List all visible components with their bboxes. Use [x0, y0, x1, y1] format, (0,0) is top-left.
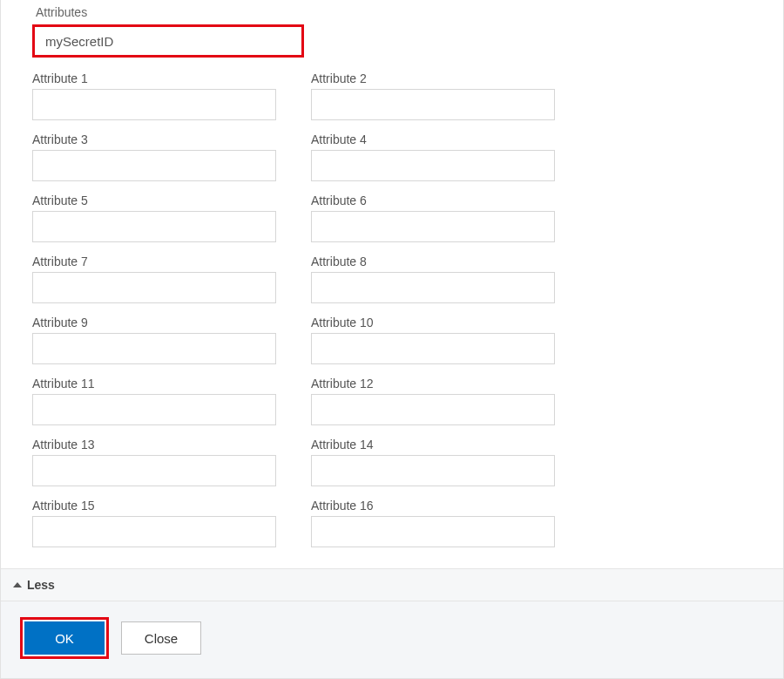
attribute-label: Attribute 12: [311, 377, 555, 390]
attribute-input[interactable]: [311, 272, 555, 303]
close-button[interactable]: Close: [121, 621, 201, 655]
attribute-item: Attribute 8: [311, 255, 555, 303]
attribute-input[interactable]: [32, 394, 276, 425]
attribute-label: Attribute 8: [311, 255, 555, 268]
attribute-input[interactable]: [32, 516, 276, 547]
attribute-item: Attribute 10: [311, 316, 555, 364]
attribute-item: Attribute 3: [32, 132, 276, 181]
triangle-up-icon: [13, 582, 22, 587]
attribute-label: Attribute 6: [311, 194, 555, 207]
attribute-input[interactable]: [311, 455, 555, 486]
primary-attribute-wrap: [32, 24, 752, 58]
attribute-label: Attribute 9: [32, 316, 276, 329]
attribute-label: Attribute 14: [311, 438, 555, 452]
attribute-input[interactable]: [32, 150, 276, 181]
attribute-input[interactable]: [311, 516, 555, 547]
attribute-item: Attribute 12: [311, 377, 555, 425]
attribute-item: Attribute 5: [32, 194, 276, 242]
attribute-input[interactable]: [32, 89, 276, 120]
attribute-input[interactable]: [311, 333, 555, 364]
attribute-label: Attribute 7: [32, 255, 276, 268]
attribute-input[interactable]: [32, 333, 276, 364]
attributes-scroll-area: Attributes Attribute 1Attribute 2Attribu…: [1, 0, 783, 568]
collapse-toggle-label: Less: [27, 578, 55, 592]
attribute-input[interactable]: [311, 89, 555, 120]
attributes-panel: Attributes Attribute 1Attribute 2Attribu…: [0, 0, 784, 679]
attribute-item: Attribute 6: [311, 194, 555, 242]
attribute-item: Attribute 15: [32, 499, 276, 547]
attribute-item: Attribute 4: [311, 132, 555, 181]
attribute-item: Attribute 2: [311, 71, 555, 120]
attribute-label: Attribute 1: [32, 71, 276, 85]
attribute-input[interactable]: [32, 211, 276, 242]
ok-highlight-frame: OK: [20, 617, 109, 659]
section-title: Attributes: [36, 5, 752, 19]
attribute-label: Attribute 3: [32, 132, 276, 146]
attribute-label: Attribute 2: [311, 71, 555, 85]
attribute-input[interactable]: [32, 455, 276, 486]
attribute-input[interactable]: [311, 150, 555, 181]
primary-attribute-input[interactable]: [32, 24, 304, 58]
dialog-button-bar: OK Close: [1, 601, 783, 678]
attribute-item: Attribute 1: [32, 71, 276, 120]
attribute-input[interactable]: [311, 394, 555, 425]
attribute-label: Attribute 16: [311, 499, 555, 513]
attribute-item: Attribute 7: [32, 255, 276, 303]
attribute-input[interactable]: [32, 272, 276, 303]
attribute-item: Attribute 16: [311, 499, 555, 547]
attribute-item: Attribute 13: [32, 438, 276, 486]
attribute-label: Attribute 13: [32, 438, 276, 452]
attribute-label: Attribute 15: [32, 499, 276, 513]
collapse-toggle[interactable]: Less: [1, 568, 783, 601]
attribute-item: Attribute 11: [32, 377, 276, 425]
attribute-grid: Attribute 1Attribute 2Attribute 3Attribu…: [32, 71, 752, 547]
attribute-label: Attribute 11: [32, 377, 276, 390]
attribute-label: Attribute 10: [311, 316, 555, 329]
attribute-item: Attribute 9: [32, 316, 276, 364]
attribute-input[interactable]: [311, 211, 555, 242]
attribute-item: Attribute 14: [311, 438, 555, 486]
attribute-label: Attribute 4: [311, 132, 555, 146]
ok-button[interactable]: OK: [24, 621, 105, 655]
attribute-label: Attribute 5: [32, 194, 276, 207]
